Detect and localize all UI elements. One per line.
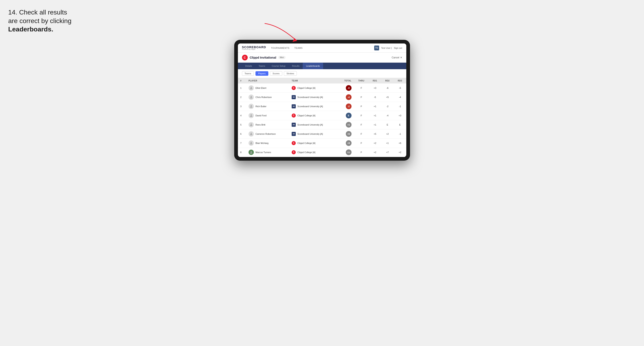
table-row[interactable]: 8Marcus TurnersCClippd College [A]+11F+2… [238, 148, 406, 157]
filter-scores[interactable]: Scores [270, 71, 282, 76]
filter-strokes[interactable]: Strokes [284, 71, 297, 76]
cell-rd3: +6 [394, 138, 406, 148]
cell-total: +1 [338, 120, 354, 129]
filter-bar: Teams Players Scores Strokes [238, 69, 406, 78]
player-name: Rees Britt [256, 124, 265, 126]
leaderboard-table-container: # PLAYER TEAM TOTAL THRU RD1 RD2 RD3 1El… [238, 78, 406, 157]
cell-rd2: -6 [381, 83, 394, 93]
player-avatar [248, 122, 254, 127]
logo-text: SCOREBOARD [242, 45, 266, 49]
app-logo: SCOREBOARD Powered by clippd [242, 45, 266, 50]
instruction-line3: Leaderboards. [8, 25, 53, 33]
tournament-badge: Men [278, 56, 286, 59]
cell-rank: 6 [238, 129, 246, 138]
tab-details[interactable]: Details [242, 63, 256, 69]
player-avatar [248, 113, 254, 118]
cell-rank: 8 [238, 148, 246, 157]
cell-rd2: +7 [381, 148, 394, 157]
cell-team: CClippd College [A] [289, 83, 338, 93]
cell-rd2: E [381, 120, 394, 129]
team-name: Clippd College [A] [297, 142, 315, 144]
cell-team: CClippd College [A] [289, 148, 338, 157]
player-name: Blair McHarg [256, 142, 268, 144]
score-badge: +6 [346, 131, 352, 137]
tab-teams[interactable]: Teams [255, 63, 268, 69]
score-badge: -8 [346, 85, 352, 91]
team-logo-sb: SB [292, 95, 296, 99]
user-name: Test User | [381, 47, 392, 49]
team-name: Scoreboard University [A] [297, 105, 323, 108]
cell-rd2: +2 [381, 129, 394, 138]
table-row[interactable]: 7Blair McHargCClippd College [A]+9F+2+1+… [238, 138, 406, 148]
team-logo-sb: SB [292, 123, 296, 127]
col-total: TOTAL [338, 78, 354, 83]
cell-rd1: +1 [369, 102, 381, 111]
instruction-line1: 14. Check all results [8, 8, 67, 16]
cell-total: -4 [338, 92, 354, 102]
score-badge: +11 [346, 150, 352, 155]
col-team: TEAM [289, 78, 338, 83]
cell-total: -2 [338, 102, 354, 111]
player-name: Marcus Turners [256, 151, 271, 154]
nav-tournaments[interactable]: TOURNAMENTS [271, 47, 290, 49]
tablet-screen: SCOREBOARD Powered by clippd TOURNAMENTS… [238, 43, 406, 157]
team-logo-sb: SB [292, 104, 296, 108]
table-row[interactable]: 2Chris RobertsonSBScoreboard University … [238, 92, 406, 102]
team-name: Clippd College [A] [297, 114, 315, 117]
cell-total: +9 [338, 138, 354, 148]
cell-rd3: E [394, 120, 406, 129]
col-player: PLAYER [246, 78, 289, 83]
filter-teams[interactable]: Teams [242, 71, 254, 76]
nav-teams[interactable]: TEAMS [294, 47, 302, 49]
svg-point-1 [250, 87, 252, 88]
player-name: Rich Butler [256, 105, 266, 108]
cell-player: Cameron Robertson [246, 129, 289, 138]
cell-rd1: -5 [369, 92, 381, 102]
cell-rd2: -4 [381, 111, 394, 120]
sign-out-link[interactable]: Sign out [394, 47, 402, 49]
instruction-block: 14. Check all results are correct by cli… [8, 8, 86, 34]
tournament-logo: C [242, 55, 248, 60]
table-row[interactable]: 3Rich ButlerSBScoreboard University [A]-… [238, 102, 406, 111]
player-name: David Ford [256, 114, 266, 117]
score-badge: E [346, 113, 352, 118]
table-row[interactable]: 1Elliot EbertCClippd College [A]-8F+3-6-… [238, 83, 406, 93]
cell-rd1: +5 [369, 129, 381, 138]
col-thru: THRU [354, 78, 369, 83]
cell-rd1: +1 [369, 111, 381, 120]
cell-thru: F [354, 111, 369, 120]
cell-rd1: +1 [369, 120, 381, 129]
cell-team: SBScoreboard University [A] [289, 120, 338, 129]
table-row[interactable]: 4David FordCClippd College [A]EF+1-4+3 [238, 111, 406, 120]
tab-course-setup[interactable]: Course Setup [268, 63, 289, 69]
score-badge: +9 [346, 140, 352, 146]
cell-rd3: -4 [394, 92, 406, 102]
cell-rd3: -1 [394, 102, 406, 111]
cell-thru: F [354, 138, 369, 148]
cell-rank: 7 [238, 138, 246, 148]
cell-rd3: +3 [394, 111, 406, 120]
filter-players[interactable]: Players [256, 71, 268, 76]
cell-rank: 5 [238, 120, 246, 129]
player-avatar [248, 141, 254, 146]
col-rank: # [238, 78, 246, 83]
cell-player: Marcus Turners [246, 148, 289, 157]
tab-navigation: Details Teams Course Setup Results Leade… [238, 63, 406, 69]
player-avatar [248, 85, 254, 91]
team-logo-clippd: C [292, 86, 296, 90]
leaderboard-table: # PLAYER TEAM TOTAL THRU RD1 RD2 RD3 1El… [238, 78, 406, 157]
cell-rd1: +3 [369, 83, 381, 93]
col-rd2: RD2 [381, 78, 394, 83]
table-row[interactable]: 6Cameron RobertsonSBScoreboard Universit… [238, 129, 406, 138]
team-name: Clippd College [A] [297, 151, 315, 154]
cancel-button[interactable]: Cancel ✕ [392, 56, 402, 59]
cell-player: Rees Britt [246, 120, 289, 129]
team-name: Clippd College [A] [297, 87, 315, 89]
table-row[interactable]: 5Rees BrittSBScoreboard University [A]+1… [238, 120, 406, 129]
tab-results[interactable]: Results [289, 63, 303, 69]
team-name: Scoreboard University [A] [297, 124, 323, 126]
tab-leaderboards[interactable]: Leaderboards [303, 63, 323, 69]
cell-rank: 1 [238, 83, 246, 93]
logo-sub: Powered by clippd [242, 49, 266, 50]
player-name: Elliot Ebert [256, 87, 266, 89]
